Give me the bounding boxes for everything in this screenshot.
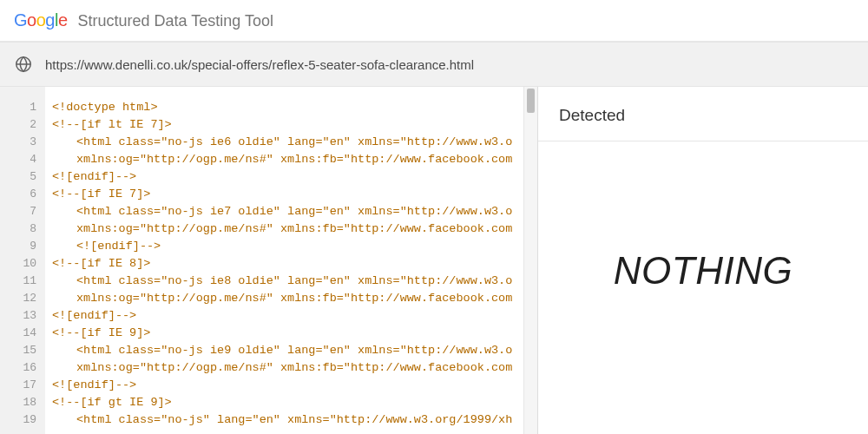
line-number: 18 <box>0 394 45 411</box>
code-line: <html class="no-js ie7 oldie" lang="en" … <box>52 203 523 220</box>
result-empty-text: NOTHING <box>614 249 792 293</box>
code-line: xmlns:og="http://ogp.me/ns#" xmlns:fb="h… <box>52 290 523 307</box>
line-number: 9 <box>0 238 45 255</box>
tool-title: Structured Data Testing Tool <box>78 12 273 30</box>
line-number: 13 <box>0 307 45 325</box>
line-number: 2 <box>0 116 45 134</box>
line-number: 4 <box>0 151 45 168</box>
line-number: 14 <box>0 325 45 342</box>
logo-block: G o o g l e Structured Data Testing Tool <box>14 10 273 30</box>
line-number: 1 <box>0 99 45 116</box>
content-area: 12345678910111213141516171819 <!doctype … <box>0 87 868 434</box>
detected-heading: Detected <box>559 106 847 125</box>
code-line: <html class="no-js ie8 oldie" lang="en" … <box>52 273 523 290</box>
url-input[interactable]: https://www.denelli.co.uk/special-offers… <box>45 57 474 72</box>
logo-letter: G <box>14 10 27 30</box>
line-number: 3 <box>0 134 45 151</box>
google-logo: G o o g l e <box>14 10 68 30</box>
line-number: 8 <box>0 220 45 238</box>
code-line: xmlns:og="http://ogp.me/ns#" xmlns:fb="h… <box>52 151 523 168</box>
code-line: <!--[if IE 7]> <box>52 186 523 203</box>
code-line: xmlns:og="http://ogp.me/ns#" xmlns:fb="h… <box>52 220 523 238</box>
line-number: 16 <box>0 359 45 377</box>
line-number: 12 <box>0 290 45 307</box>
scroll-thumb[interactable] <box>527 89 535 113</box>
line-number: 11 <box>0 273 45 290</box>
result-pane: Detected NOTHING <box>538 87 868 434</box>
url-bar: https://www.denelli.co.uk/special-offers… <box>0 42 868 87</box>
logo-letter: g <box>45 10 55 30</box>
logo-letter: o <box>36 10 46 30</box>
code-line: <![endif]--> <box>52 238 523 255</box>
app-header: G o o g l e Structured Data Testing Tool <box>0 0 868 42</box>
line-number: 7 <box>0 203 45 220</box>
logo-letter: o <box>27 10 36 30</box>
code-line: <html class="no-js ie9 oldie" lang="en" … <box>52 342 523 359</box>
line-number: 19 <box>0 411 45 429</box>
code-line: <![endif]--> <box>52 168 523 186</box>
code-line: <![endif]--> <box>52 307 523 325</box>
code-line: <html class="no-js ie6 oldie" lang="en" … <box>52 134 523 151</box>
code-scrollbar[interactable]: ▴ <box>523 87 537 434</box>
line-number-gutter: 12345678910111213141516171819 <box>0 87 45 434</box>
code-line: <!--[if IE 9]> <box>52 325 523 342</box>
source-code-pane: 12345678910111213141516171819 <!doctype … <box>0 87 538 434</box>
result-body: NOTHING <box>538 141 868 434</box>
line-number: 15 <box>0 342 45 359</box>
globe-icon <box>14 55 33 74</box>
result-header: Detected <box>538 87 868 141</box>
line-number: 5 <box>0 168 45 186</box>
code-line: <!--[if gt IE 9]> <box>52 394 523 411</box>
code-line: <!--[if lt IE 7]> <box>52 116 523 134</box>
logo-letter: e <box>58 10 68 30</box>
code-line: <!--[if IE 8]> <box>52 255 523 273</box>
line-number: 17 <box>0 377 45 394</box>
code-line: xmlns:og="http://ogp.me/ns#" xmlns:fb="h… <box>52 359 523 377</box>
source-code[interactable]: <!doctype html><!--[if lt IE 7]><html cl… <box>45 87 523 434</box>
line-number: 10 <box>0 255 45 273</box>
code-line: <html class="no-js" lang="en" xmlns="htt… <box>52 411 523 429</box>
code-line: <!doctype html> <box>52 99 523 116</box>
code-line: <![endif]--> <box>52 377 523 394</box>
line-number: 6 <box>0 186 45 203</box>
